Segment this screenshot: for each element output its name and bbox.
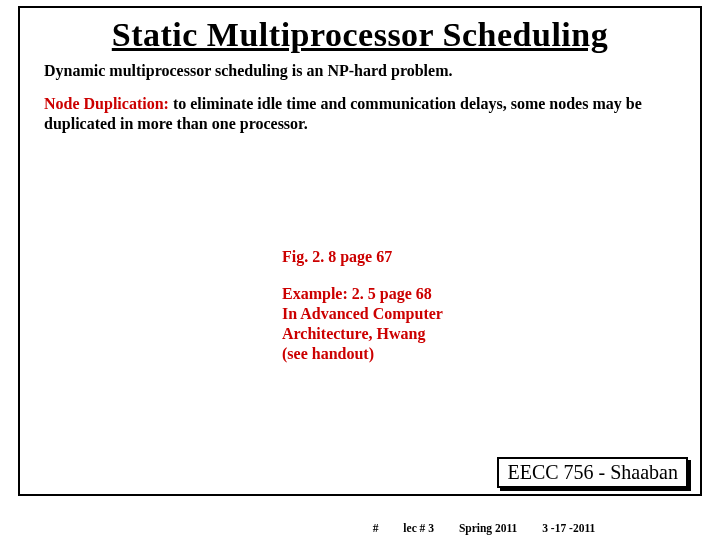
body-line-1: Dynamic multiprocessor scheduling is an … <box>44 62 676 80</box>
term-label: Spring 2011 <box>459 522 517 534</box>
footer-meta: # lec # 3 Spring 2011 3 -17 -2011 <box>0 522 720 534</box>
example-line-4: (see handout) <box>282 344 532 364</box>
date-label: 3 -17 -2011 <box>542 522 595 534</box>
example-reference: Example: 2. 5 page 68 In Advanced Comput… <box>282 284 532 364</box>
example-line-2: In Advanced Computer <box>282 304 532 324</box>
slide-number: # <box>373 522 379 534</box>
slide-frame: Static Multiprocessor Scheduling Dynamic… <box>18 6 702 496</box>
node-duplication-label: Node Duplication: <box>44 95 169 112</box>
lecture-number: lec # 3 <box>403 522 434 534</box>
example-line-3: Architecture, Hwang <box>282 324 532 344</box>
body-line-2: Node Duplication: to eliminate idle time… <box>44 94 676 134</box>
slide-title: Static Multiprocessor Scheduling <box>44 16 676 54</box>
reference-block: Fig. 2. 8 page 67 Example: 2. 5 page 68 … <box>282 248 532 364</box>
course-badge: EECC 756 - Shaaban <box>497 457 688 488</box>
figure-reference: Fig. 2. 8 page 67 <box>282 248 532 266</box>
example-line-1: Example: 2. 5 page 68 <box>282 284 532 304</box>
